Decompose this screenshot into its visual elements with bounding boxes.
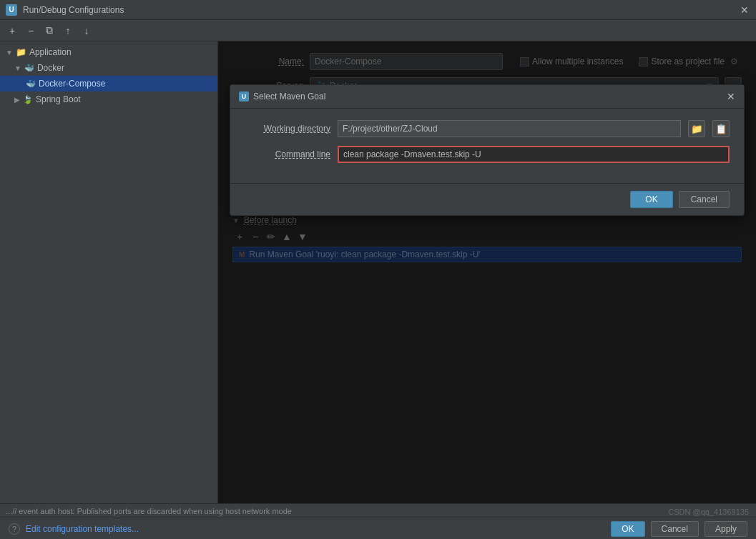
sidebar-item-application[interactable]: ▼ 📁 Application xyxy=(0,44,217,60)
expand-icon: ▼ xyxy=(14,64,21,72)
add-icon: + xyxy=(9,25,15,36)
command-line-input[interactable] xyxy=(338,146,730,163)
edit-templates-link[interactable]: Edit configuration templates... xyxy=(26,524,139,534)
move-up-button[interactable]: ↑ xyxy=(60,23,76,39)
move-up-icon: ↑ xyxy=(66,25,71,36)
modal-body: Working directory 📁 📋 Command li xyxy=(230,109,744,183)
cancel-button[interactable]: Cancel xyxy=(651,521,699,537)
folder-icon: 📁 xyxy=(16,47,26,57)
browse-icon: 📁 xyxy=(691,124,703,134)
window-title: Run/Debug Configurations xyxy=(23,5,733,15)
docker-icon: 🐳 xyxy=(24,64,34,73)
copy-config-button[interactable]: ⧉ xyxy=(41,23,57,39)
ok-button[interactable]: OK xyxy=(611,521,644,537)
modal-ok-button[interactable]: OK xyxy=(630,191,672,208)
variable-icon: 📋 xyxy=(715,124,727,134)
remove-icon: − xyxy=(28,25,34,36)
working-dir-var-button[interactable]: 📋 xyxy=(712,120,730,137)
close-button[interactable]: ✕ xyxy=(739,4,750,16)
status-text: ...// event auth host: Published ports a… xyxy=(6,507,292,515)
working-dir-browse-button[interactable]: 📁 xyxy=(688,120,705,137)
modal-title-bar: U Select Maven Goal ✕ xyxy=(230,85,744,109)
main-layout: ▼ 📁 Application ▼ 🐳 Docker 🐳 Docker-Comp… xyxy=(0,41,756,518)
modal-title: U Select Maven Goal xyxy=(239,92,325,102)
command-line-label: Command line xyxy=(245,149,330,159)
right-panel: Name: Allow multiple instances Store as … xyxy=(218,41,756,518)
command-line-row: Command line xyxy=(245,146,730,163)
expand-icon: ▼ xyxy=(6,49,13,56)
expand-icon: ▶ xyxy=(14,96,20,104)
sidebar: ▼ 📁 Application ▼ 🐳 Docker 🐳 Docker-Comp… xyxy=(0,41,218,518)
move-down-icon: ↓ xyxy=(84,25,89,36)
move-down-button[interactable]: ↓ xyxy=(79,23,94,39)
toolbar: + − ⧉ ↑ ↓ xyxy=(0,20,756,41)
help-button[interactable]: ? xyxy=(9,523,20,535)
title-bar: U Run/Debug Configurations ✕ xyxy=(0,0,756,20)
sidebar-item-spring-boot[interactable]: ▶ 🍃 Spring Boot xyxy=(0,92,217,107)
modal-title-icon: U xyxy=(239,92,249,102)
sidebar-item-label: Spring Boot xyxy=(36,94,81,104)
modal-overlay: U Select Maven Goal ✕ Working directory xyxy=(218,41,756,518)
status-bar: ...// event auth host: Published ports a… xyxy=(0,503,756,518)
watermark: CSDN @qq_41369135 xyxy=(668,508,749,516)
modal-title-text: Select Maven Goal xyxy=(253,92,325,102)
sidebar-item-label: Docker-Compose xyxy=(39,79,105,89)
sidebar-item-label: Application xyxy=(29,47,72,57)
add-config-button[interactable]: + xyxy=(4,23,20,39)
working-directory-label: Working directory xyxy=(245,124,330,134)
apply-button[interactable]: Apply xyxy=(705,521,747,537)
copy-icon: ⧉ xyxy=(46,24,53,36)
modal-footer: OK Cancel xyxy=(230,183,744,215)
working-directory-row: Working directory 📁 📋 xyxy=(245,120,730,137)
docker-compose-icon: 🐳 xyxy=(26,79,36,89)
app-icon: U xyxy=(6,4,17,16)
sidebar-item-label: Docker xyxy=(37,63,64,73)
modal-close-button[interactable]: ✕ xyxy=(727,91,735,102)
working-directory-input[interactable] xyxy=(338,120,681,137)
bottom-action-buttons: OK Cancel Apply xyxy=(611,521,747,537)
sidebar-item-docker[interactable]: ▼ 🐳 Docker xyxy=(0,60,217,76)
select-maven-goal-dialog: U Select Maven Goal ✕ Working directory xyxy=(230,84,745,216)
remove-config-button[interactable]: − xyxy=(23,23,39,39)
spring-icon: 🍃 xyxy=(23,95,33,104)
modal-cancel-button[interactable]: Cancel xyxy=(679,191,730,208)
bottom-bar: ? Edit configuration templates... OK Can… xyxy=(0,518,756,539)
window-controls: ✕ xyxy=(739,4,750,16)
sidebar-item-docker-compose[interactable]: 🐳 Docker-Compose xyxy=(0,76,217,92)
